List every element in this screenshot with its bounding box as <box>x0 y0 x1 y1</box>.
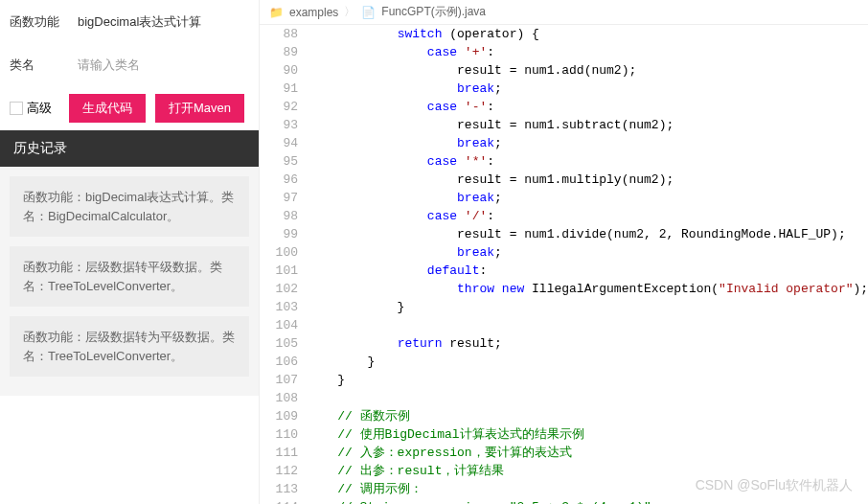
folder-icon: 📁 <box>269 6 284 19</box>
code-line[interactable]: 91 break; <box>260 80 868 98</box>
line-number: 95 <box>260 152 308 171</box>
code-line[interactable]: 109 // 函数示例 <box>260 407 868 425</box>
line-number: 106 <box>260 353 308 371</box>
code-line[interactable]: 99 result = num1.divide(num2, 2, Roundin… <box>260 225 868 243</box>
code-content: // 调用示例： <box>308 480 423 498</box>
code-content: // String expression = "2.5 + 3 * (4 - 1… <box>308 498 659 504</box>
code-content: break; <box>308 134 502 152</box>
line-number: 97 <box>260 189 308 207</box>
code-content: } <box>308 353 375 371</box>
code-line[interactable]: 92 case '-': <box>260 98 868 116</box>
line-number: 113 <box>260 480 308 498</box>
code-content: result = num1.multiply(num2); <box>308 171 674 189</box>
line-number: 88 <box>260 25 308 43</box>
code-content: // 使用BigDecimal计算表达式的结果示例 <box>308 425 584 444</box>
code-content: } <box>308 298 404 316</box>
code-line[interactable]: 101 default: <box>260 262 868 280</box>
line-number: 92 <box>260 98 308 116</box>
code-content: // 出参：result，计算结果 <box>308 462 504 480</box>
code-content: // 函数示例 <box>308 407 410 425</box>
code-line[interactable]: 104 <box>260 316 868 334</box>
code-line[interactable]: 96 result = num1.multiply(num2); <box>260 171 868 189</box>
history-header: 历史记录 <box>0 130 259 167</box>
line-number: 114 <box>260 498 308 504</box>
code-content: switch (operator) { <box>308 25 539 43</box>
line-number: 96 <box>260 171 308 189</box>
code-line[interactable]: 94 break; <box>260 134 868 152</box>
code-content: case '*': <box>308 152 494 171</box>
line-number: 98 <box>260 207 308 225</box>
code-content: return result; <box>308 334 502 353</box>
advanced-checkbox[interactable] <box>10 102 23 115</box>
code-line[interactable]: 95 case '*': <box>260 152 868 171</box>
line-number: 110 <box>260 425 308 444</box>
line-number: 94 <box>260 134 308 152</box>
func-input[interactable] <box>67 8 249 35</box>
code-content: break; <box>308 80 502 98</box>
line-number: 89 <box>260 43 308 61</box>
code-line[interactable]: 108 <box>260 389 868 407</box>
code-content: case '/': <box>308 207 494 225</box>
code-content: default: <box>308 262 487 280</box>
advanced-checkbox-wrap[interactable]: 高级 <box>10 100 52 117</box>
advanced-label: 高级 <box>27 100 52 117</box>
class-row: 类名 <box>0 43 259 86</box>
generate-button[interactable]: 生成代码 <box>69 94 146 123</box>
code-content: case '-': <box>308 98 494 116</box>
code-line[interactable]: 113 // 调用示例： <box>260 480 868 498</box>
code-content: result = num1.divide(num2, 2, RoundingMo… <box>308 225 846 243</box>
history-item[interactable]: 函数功能：bigDecimal表达式计算。类名：BigDecimalCalcul… <box>10 176 249 237</box>
code-content: result = num1.subtract(num2); <box>308 116 674 134</box>
code-line[interactable]: 114 // String expression = "2.5 + 3 * (4… <box>260 498 868 504</box>
history-list: 函数功能：bigDecimal表达式计算。类名：BigDecimalCalcul… <box>0 167 259 396</box>
breadcrumb: 📁 examples 〉 📄 FuncGPT(示例).java <box>260 0 868 25</box>
code-line[interactable]: 103 } <box>260 298 868 316</box>
left-panel: 函数功能 类名 高级 生成代码 打开Maven 历史记录 函数功能：bigDec… <box>0 0 259 504</box>
code-content: break; <box>308 243 502 262</box>
code-line[interactable]: 111 // 入参：expression，要计算的表达式 <box>260 444 868 462</box>
line-number: 90 <box>260 61 308 80</box>
code-line[interactable]: 89 case '+': <box>260 43 868 61</box>
code-line[interactable]: 88 switch (operator) { <box>260 25 868 43</box>
func-row: 函数功能 <box>0 0 259 43</box>
right-panel: 📁 examples 〉 📄 FuncGPT(示例).java 88 switc… <box>259 0 868 504</box>
code-content: // 入参：expression，要计算的表达式 <box>308 444 572 462</box>
code-content: break; <box>308 189 502 207</box>
line-number: 100 <box>260 243 308 262</box>
open-maven-button[interactable]: 打开Maven <box>155 94 244 123</box>
line-number: 108 <box>260 389 308 407</box>
line-number: 99 <box>260 225 308 243</box>
breadcrumb-file[interactable]: FuncGPT(示例).java <box>381 4 486 20</box>
class-input[interactable] <box>67 51 249 79</box>
code-line[interactable]: 93 result = num1.subtract(num2); <box>260 116 868 134</box>
line-number: 93 <box>260 116 308 134</box>
code-line[interactable]: 105 return result; <box>260 334 868 353</box>
code-line[interactable]: 112 // 出参：result，计算结果 <box>260 462 868 480</box>
java-file-icon: 📄 <box>361 6 376 19</box>
line-number: 101 <box>260 262 308 280</box>
code-line[interactable]: 97 break; <box>260 189 868 207</box>
func-label: 函数功能 <box>10 13 67 31</box>
line-number: 112 <box>260 462 308 480</box>
line-number: 109 <box>260 407 308 425</box>
code-line[interactable]: 98 case '/': <box>260 207 868 225</box>
line-number: 107 <box>260 371 308 389</box>
code-content: result = num1.add(num2); <box>308 61 636 80</box>
code-line[interactable]: 102 throw new IllegalArgumentException("… <box>260 280 868 298</box>
chevron-right-icon: 〉 <box>344 4 355 20</box>
line-number: 103 <box>260 298 308 316</box>
code-content: } <box>308 371 345 389</box>
code-line[interactable]: 100 break; <box>260 243 868 262</box>
code-line[interactable]: 107 } <box>260 371 868 389</box>
line-number: 104 <box>260 316 308 334</box>
line-number: 111 <box>260 444 308 462</box>
code-line[interactable]: 110 // 使用BigDecimal计算表达式的结果示例 <box>260 425 868 444</box>
history-item[interactable]: 函数功能：层级数据转为平级数据。类名：TreeToLevelConverter。 <box>10 316 249 377</box>
code-editor[interactable]: 88 switch (operator) {89 case '+':90 res… <box>260 25 868 504</box>
breadcrumb-folder[interactable]: examples <box>289 6 338 19</box>
code-line[interactable]: 90 result = num1.add(num2); <box>260 61 868 80</box>
line-number: 105 <box>260 334 308 353</box>
code-line[interactable]: 106 } <box>260 353 868 371</box>
history-item[interactable]: 函数功能：层级数据转平级数据。类名：TreeToLevelConverter。 <box>10 246 249 307</box>
line-number: 102 <box>260 280 308 298</box>
